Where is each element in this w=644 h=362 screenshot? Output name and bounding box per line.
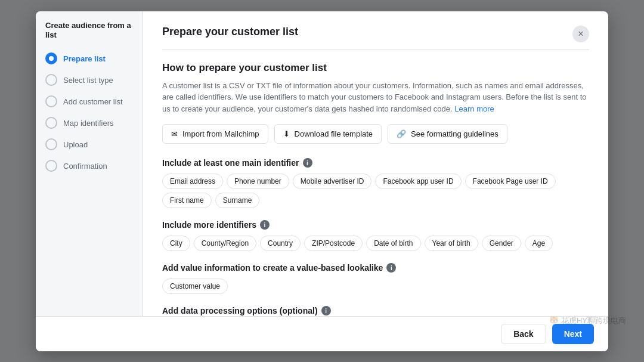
sidebar-item-select-list-type[interactable]: Select list type xyxy=(36,69,143,91)
sidebar-circle-prepare-list xyxy=(45,52,57,64)
learn-more-link[interactable]: Learn more xyxy=(454,104,494,113)
sidebar-circle-confirmation xyxy=(45,160,57,172)
tags-value-information: Customer value xyxy=(162,279,589,294)
link-icon: 🔗 xyxy=(397,129,406,138)
modal-body: Create audience from a list Prepare list… xyxy=(36,11,608,316)
modal: Create audience from a list Prepare list… xyxy=(36,11,608,351)
sidebar-item-label-select-list-type: Select list type xyxy=(63,76,113,85)
sidebar-item-add-customer-list[interactable]: Add customer list xyxy=(36,91,143,112)
sidebar-circle-map-identifiers xyxy=(45,117,57,129)
tag: Customer value xyxy=(162,279,228,294)
sidebar-item-label-upload: Upload xyxy=(63,140,88,149)
tag: ZIP/Postcode xyxy=(304,236,363,251)
identifier-label-text-value-information: Add value information to create a value-… xyxy=(162,263,383,273)
download-template-button[interactable]: ⬇ Download file template xyxy=(274,124,382,144)
tag: Mobile advertiser ID xyxy=(293,174,372,189)
main-header: Prepare your customer list × xyxy=(162,26,589,50)
tag: City xyxy=(162,236,190,251)
tag: Gender xyxy=(482,236,521,251)
tag: Facebook app user ID xyxy=(375,174,461,189)
sidebar: Create audience from a list Prepare list… xyxy=(36,11,143,316)
formatting-guidelines-label: See formatting guidelines xyxy=(411,129,499,138)
identifier-label-text-data-processing: Add data processing options (optional) xyxy=(162,306,318,315)
tag: Facebook Page user ID xyxy=(465,174,556,189)
main-content: Prepare your customer list × How to prep… xyxy=(143,11,608,316)
tag: County/Region xyxy=(194,236,256,251)
description: A customer list is a CSV or TXT file of … xyxy=(162,80,589,115)
main-title: Prepare your customer list xyxy=(162,26,298,38)
next-button[interactable]: Next xyxy=(552,324,594,344)
identifier-label-main-identifiers: Include at least one main identifieri xyxy=(162,158,589,168)
tag: Phone number xyxy=(227,174,289,189)
tag: Email address xyxy=(162,174,223,189)
close-button[interactable]: × xyxy=(572,26,589,42)
info-icon-value-information[interactable]: i xyxy=(386,263,396,273)
download-template-label: Download file template xyxy=(295,129,373,138)
modal-footer: Back Next xyxy=(36,316,608,351)
tags-main-identifiers: Email addressPhone numberMobile advertis… xyxy=(162,174,589,208)
sidebar-item-label-map-identifiers: Map identifiers xyxy=(63,119,114,128)
sidebar-item-confirmation[interactable]: Confirmation xyxy=(36,155,143,177)
sidebar-circle-select-list-type xyxy=(45,74,57,86)
identifier-section-data-processing: Add data processing options (optional)iD… xyxy=(162,306,589,316)
tag: Date of birth xyxy=(366,236,420,251)
import-mailchimp-button[interactable]: ✉ Import from Mailchimp xyxy=(162,124,268,144)
identifier-label-value-information: Add value information to create a value-… xyxy=(162,263,589,273)
sidebar-item-upload[interactable]: Upload xyxy=(36,134,143,155)
import-mailchimp-label: Import from Mailchimp xyxy=(182,129,259,138)
sidebar-item-map-identifiers[interactable]: Map identifiers xyxy=(36,112,143,134)
sidebar-item-label-add-customer-list: Add customer list xyxy=(63,97,123,106)
sidebar-circle-add-customer-list xyxy=(45,95,57,107)
identifier-label-data-processing: Add data processing options (optional)i xyxy=(162,306,589,315)
sidebar-item-label-confirmation: Confirmation xyxy=(63,162,107,171)
sidebar-title: Create audience from a list xyxy=(36,21,143,48)
tag: Year of birth xyxy=(425,236,478,251)
back-button[interactable]: Back xyxy=(501,324,546,344)
modal-overlay: Create audience from a list Prepare list… xyxy=(0,0,644,362)
sidebar-circle-upload xyxy=(45,138,57,150)
tag: Country xyxy=(260,236,301,251)
sidebar-circle-dot xyxy=(49,56,54,61)
identifier-label-text-main-identifiers: Include at least one main identifier xyxy=(162,158,299,168)
tags-more-identifiers: CityCounty/RegionCountryZIP/PostcodeDate… xyxy=(162,236,589,251)
tag: Age xyxy=(525,236,553,251)
mailchimp-icon: ✉ xyxy=(171,129,178,138)
sidebar-item-prepare-list[interactable]: Prepare list xyxy=(36,48,143,69)
tag: First name xyxy=(162,193,212,208)
section-title: How to prepare your customer list xyxy=(162,62,589,74)
tag: Surname xyxy=(215,193,260,208)
identifier-label-text-more-identifiers: Include more identifiers xyxy=(162,220,256,230)
description-text: A customer list is a CSV or TXT file of … xyxy=(162,81,586,113)
action-buttons: ✉ Import from Mailchimp ⬇ Download file … xyxy=(162,124,589,144)
formatting-guidelines-button[interactable]: 🔗 See formatting guidelines xyxy=(388,124,507,144)
sidebar-item-label-prepare-list: Prepare list xyxy=(63,54,106,63)
identifier-section-more-identifiers: Include more identifiersiCityCounty/Regi… xyxy=(162,220,589,251)
info-icon-more-identifiers[interactable]: i xyxy=(260,220,270,230)
info-icon-main-identifiers[interactable]: i xyxy=(303,158,312,168)
info-icon-data-processing[interactable]: i xyxy=(321,306,331,315)
download-icon: ⬇ xyxy=(283,129,290,138)
identifier-label-more-identifiers: Include more identifiersi xyxy=(162,220,589,230)
identifier-section-value-information: Add value information to create a value-… xyxy=(162,263,589,294)
identifier-section-main-identifiers: Include at least one main identifieriEma… xyxy=(162,158,589,208)
